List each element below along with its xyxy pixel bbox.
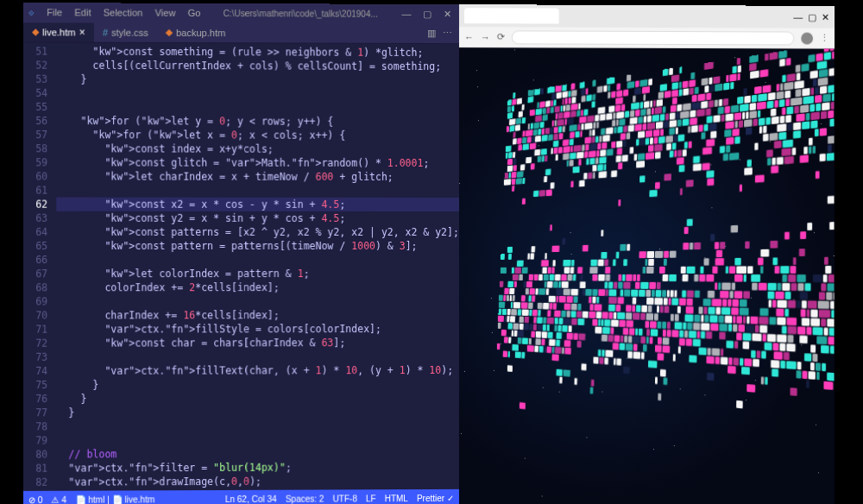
more-icon[interactable]: ⋯ <box>443 28 452 39</box>
split-editor-icon[interactable]: ▥ <box>427 28 436 39</box>
menu-go[interactable]: Go <box>188 8 201 18</box>
editor[interactable]: 5152535455565758596061626364656667686970… <box>23 42 459 491</box>
browser-tab[interactable] <box>464 8 559 23</box>
menu-view[interactable]: View <box>155 8 176 18</box>
vscode-window: ⟐ File Edit Selection View Go C:\Users\m… <box>23 3 459 504</box>
minimize-button[interactable]: — <box>793 12 803 22</box>
tab-backup-htm[interactable]: ◆ backup.htm <box>157 23 235 41</box>
file-icon: ◆ <box>166 27 173 38</box>
status-warnings[interactable]: ⚠ 4 <box>52 495 67 504</box>
menu-file[interactable]: File <box>47 7 62 17</box>
status-spaces[interactable]: Spaces: 2 <box>286 494 324 503</box>
menu-icon[interactable]: ⋮ <box>820 33 829 44</box>
back-icon[interactable]: ← <box>464 32 474 42</box>
window-path: C:\Users\mathenri\code\_talks\201904... <box>212 8 387 18</box>
titlebar: ⟐ File Edit Selection View Go C:\Users\m… <box>23 3 459 23</box>
file-icon: # <box>103 27 108 37</box>
vscode-logo-icon: ⟐ <box>28 7 35 17</box>
line-gutter: 5152535455565758596061626364656667686970… <box>23 42 53 491</box>
address-bar[interactable] <box>512 30 795 45</box>
browser-toolbar: ← → ⟳ ⋮ <box>459 27 835 48</box>
tab-label: live.htm <box>42 27 75 37</box>
maximize-button[interactable]: ▢ <box>421 8 433 19</box>
close-button[interactable]: ✕ <box>442 9 454 20</box>
tab-label: style.css <box>111 27 148 37</box>
status-encoding[interactable]: UTF-8 <box>332 494 356 503</box>
forward-icon[interactable]: → <box>481 32 490 42</box>
glitch-art <box>492 47 835 504</box>
browser-tabstrip: — ▢ ✕ <box>459 4 835 28</box>
maximize-button[interactable]: ▢ <box>808 11 816 22</box>
code-area[interactable]: "kw">const something = (rule >> neighbor… <box>53 42 459 490</box>
status-errors[interactable]: ⊘ 0 <box>28 495 43 504</box>
editor-tabs: ◆ live.htm × # style.css ◆ backup.htm ▥ … <box>23 22 459 44</box>
avatar-icon[interactable] <box>801 32 813 44</box>
menu-selection[interactable]: Selection <box>104 7 143 17</box>
close-button[interactable]: ✕ <box>822 11 829 22</box>
close-icon[interactable]: × <box>79 26 85 38</box>
minimize-button[interactable]: — <box>400 8 413 19</box>
browser-window: — ▢ ✕ ← → ⟳ ⋮ <box>459 4 835 504</box>
canvas-output <box>459 47 835 504</box>
status-eol[interactable]: LF <box>366 494 376 503</box>
reload-icon[interactable]: ⟳ <box>497 31 505 42</box>
status-lang[interactable]: HTML <box>385 494 408 503</box>
tab-label: backup.htm <box>176 27 225 37</box>
file-icon: ◆ <box>32 26 39 37</box>
tab-live-htm[interactable]: ◆ live.htm × <box>23 22 94 41</box>
statusbar: ⊘ 0 ⚠ 4 📄 html | 📄 live.htm Ln 62, Col 3… <box>23 489 459 504</box>
status-branch[interactable]: 📄 html | 📄 live.htm <box>75 495 154 504</box>
status-cursor[interactable]: Ln 62, Col 34 <box>225 494 277 503</box>
menu-edit[interactable]: Edit <box>74 7 91 17</box>
tab-style-css[interactable]: # style.css <box>94 23 157 41</box>
status-prettier[interactable]: Prettier ✓ <box>417 493 454 502</box>
